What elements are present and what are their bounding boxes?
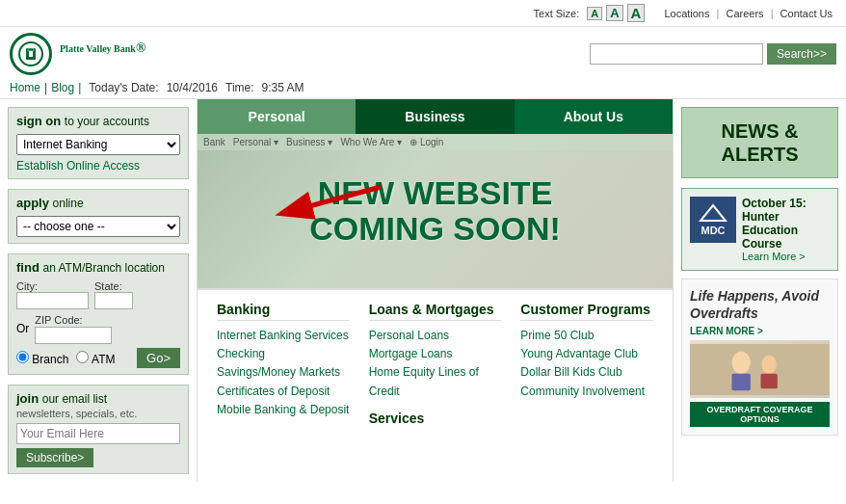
banking-column: Banking Internet Banking Services Checki… — [207, 302, 359, 430]
subscribe-button[interactable]: Subscribe> — [16, 448, 93, 467]
mdc-event-box: MDC October 15: Hunter Education Course … — [681, 188, 838, 271]
mortgage-loans-link[interactable]: Mortgage Loans — [369, 345, 502, 363]
logo-icon — [10, 33, 52, 75]
svg-line-5 — [284, 187, 381, 213]
overdraft-banner[interactable]: OVERDRAFT COVERAGE OPTIONS — [690, 402, 830, 427]
mini-nav-personal: Personal ▾ — [233, 137, 278, 147]
text-size-large[interactable]: A — [627, 4, 646, 22]
mdc-date: October 15: — [742, 197, 830, 210]
home-link[interactable]: Home — [10, 81, 40, 94]
young-advantage-club-link[interactable]: Young Advantage Club — [520, 345, 653, 363]
mini-nav-who: Who We Are ▾ — [340, 137, 402, 147]
blog-link[interactable]: Blog — [51, 81, 74, 94]
main-layout: sign on to your accounts Internet Bankin… — [0, 99, 846, 482]
mdc-event-text: October 15: Hunter Education Course Lear… — [742, 197, 830, 262]
right-sidebar: NEWS & ALERTS MDC October 15: Hunter Edu… — [673, 99, 846, 482]
svg-point-8 — [732, 352, 751, 374]
city-field-group: City: — [16, 280, 89, 309]
time-label: Time: — [225, 81, 254, 94]
sign-on-title: sign on to your accounts — [16, 114, 180, 128]
mini-nav-overlay: Bank Personal ▾ Business ▾ Who We Are ▾ … — [198, 134, 673, 150]
svg-rect-9 — [732, 374, 751, 390]
tab-business[interactable]: Business — [356, 99, 514, 134]
mini-nav-login: ⊕ Login — [410, 137, 443, 147]
checking-link[interactable]: Checking — [217, 345, 350, 363]
establish-online-access-link[interactable]: Establish Online Access — [16, 159, 180, 172]
customer-programs-title: Customer Programs — [520, 302, 653, 321]
city-state-fields: City: State: — [16, 280, 180, 309]
text-size-label: Text Size: — [534, 8, 580, 19]
savings-money-markets-link[interactable]: Savings/Money Markets — [217, 363, 350, 382]
text-size-med[interactable]: A — [606, 5, 622, 21]
search-input[interactable] — [590, 43, 763, 65]
go-button[interactable]: Go> — [137, 348, 180, 368]
zip-input[interactable] — [35, 327, 112, 344]
state-field-group: State: — [94, 280, 133, 309]
left-sidebar: sign on to your accounts Internet Bankin… — [0, 99, 198, 482]
sep1: | — [44, 81, 47, 94]
overdraft-headline: Life Happens, Avoid Overdrafts — [690, 287, 830, 322]
mobile-banking-deposit-link[interactable]: Mobile Banking & Deposit — [217, 401, 350, 419]
personal-loans-link[interactable]: Personal Loans — [369, 327, 502, 345]
overdraft-image — [690, 340, 830, 398]
svg-rect-2 — [29, 51, 33, 57]
logo-trademark: ® — [136, 40, 145, 55]
apply-dropdown[interactable]: -- choose one -- Checking Account Saving… — [16, 216, 180, 237]
apply-title: apply online — [16, 196, 180, 210]
mdc-logo: MDC — [690, 197, 736, 243]
top-bar: Text Size: A A A Locations | Careers | C… — [0, 0, 846, 27]
logo-name: Platte Valley Bank — [60, 43, 136, 54]
date-value: 10/4/2016 — [167, 81, 218, 94]
logo-text: Platte Valley Bank® — [60, 40, 145, 68]
email-input[interactable] — [16, 423, 180, 444]
community-involvement-link[interactable]: Community Involvement — [520, 383, 653, 401]
home-equity-link[interactable]: Home Equity Lines of Credit — [369, 363, 502, 400]
contact-us-link[interactable]: Contact Us — [780, 8, 833, 19]
sign-on-section: sign on to your accounts Internet Bankin… — [8, 107, 189, 179]
internet-banking-dropdown[interactable]: Internet Banking Bill Pay Mobile Banking — [16, 134, 180, 155]
join-title: join our email list — [16, 391, 180, 406]
services-header: Services — [369, 411, 502, 426]
text-size-small[interactable]: A — [587, 7, 602, 20]
loans-title: Loans & Mortgages — [369, 302, 502, 321]
date-label: Today's Date: — [89, 81, 158, 94]
mdc-logo-text: MDC — [699, 203, 727, 236]
careers-link[interactable]: Careers — [726, 8, 763, 19]
svg-rect-11 — [760, 374, 777, 388]
search-area: Search> — [590, 43, 836, 65]
learn-more-link[interactable]: Learn More > — [742, 251, 806, 262]
sep1: | — [717, 8, 720, 19]
hero-section: Bank Personal ▾ Business ▾ Who We Are ▾ … — [198, 134, 673, 288]
state-label: State: — [94, 280, 133, 292]
svg-rect-7 — [690, 344, 830, 395]
tab-about-us[interactable]: About Us — [515, 99, 673, 134]
svg-marker-6 — [701, 205, 726, 221]
mdc-event-title: Hunter Education Course — [742, 210, 830, 251]
or-label: Or — [16, 322, 29, 335]
state-input[interactable] — [94, 292, 133, 309]
dollar-bill-kids-club-link[interactable]: Dollar Bill Kids Club — [520, 363, 653, 382]
branch-radio-label: Branch — [16, 351, 68, 366]
text-size-controls: Text Size: A A A — [534, 4, 646, 22]
certificates-deposit-link[interactable]: Certificates of Deposit — [217, 383, 350, 401]
atm-radio[interactable] — [76, 351, 89, 363]
find-atm-section: find an ATM/Branch location City: State:… — [8, 253, 189, 375]
zip-field-group: ZIP Code: — [35, 313, 112, 344]
overdraft-box: Life Happens, Avoid Overdrafts LEARN MOR… — [681, 279, 838, 436]
locations-link[interactable]: Locations — [664, 8, 709, 19]
find-title: find an ATM/Branch location — [16, 260, 180, 275]
overdraft-learn-more[interactable]: LEARN MORE > — [690, 326, 830, 336]
atm-radio-label: ATM — [76, 351, 115, 366]
mini-nav-business: Business ▾ — [286, 137, 332, 147]
mdc-triangle-svg — [699, 203, 727, 223]
internet-banking-services-link[interactable]: Internet Banking Services — [217, 327, 350, 345]
zip-label: ZIP Code: — [35, 314, 82, 326]
logo-area: Platte Valley Bank® — [10, 33, 145, 75]
tab-personal[interactable]: Personal — [198, 99, 356, 134]
search-button[interactable]: Search> — [767, 43, 836, 65]
prime-50-club-link[interactable]: Prime 50 Club — [520, 327, 653, 345]
branch-radio[interactable] — [16, 351, 29, 363]
center-content: Personal Business About Us Bank Personal… — [198, 99, 673, 482]
city-input[interactable] — [16, 292, 89, 309]
time-value: 9:35 AM — [262, 81, 304, 94]
